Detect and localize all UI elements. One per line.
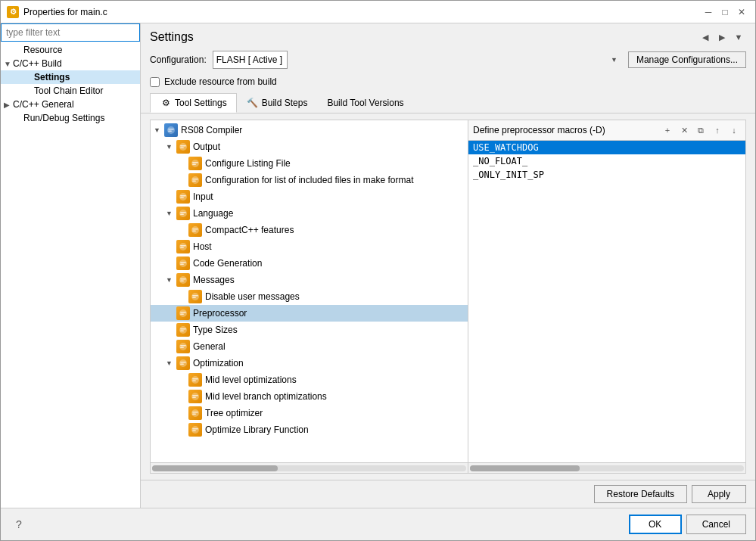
tab-label-build-steps: Build Steps bbox=[262, 98, 308, 108]
sidebar-item-settings[interactable]: Settings bbox=[1, 70, 140, 84]
tool-item-preprocessor[interactable]: Preprocessor bbox=[151, 305, 468, 322]
tab-icon-tool-settings: ⚙ bbox=[160, 97, 172, 109]
nav-forward[interactable]: ▶ bbox=[714, 30, 730, 45]
maximize-button[interactable]: □ bbox=[717, 5, 733, 20]
tool-icon-mid-level-branch bbox=[188, 390, 202, 403]
svg-rect-4 bbox=[180, 145, 186, 147]
window-title: Properties for main.c bbox=[23, 7, 696, 17]
left-hscrollbar[interactable] bbox=[151, 462, 468, 473]
svg-rect-53 bbox=[192, 414, 196, 415]
tool-label-disable-user-msg: Disable user messages bbox=[205, 291, 300, 302]
tool-item-config-included[interactable]: Configuration for list of included files… bbox=[151, 172, 468, 188]
sidebar-item-run-debug[interactable]: Run/Debug Settings bbox=[1, 111, 140, 125]
tool-item-general[interactable]: General bbox=[151, 338, 468, 355]
svg-point-27 bbox=[179, 276, 187, 284]
sidebar-label-cpp-build: C/C++ Build bbox=[13, 58, 62, 69]
tool-item-input[interactable]: Input bbox=[151, 188, 468, 205]
right-hscrollbar[interactable] bbox=[468, 462, 745, 473]
exclude-checkbox[interactable] bbox=[150, 77, 160, 87]
tool-item-mid-level-branch[interactable]: Mid level branch optimizations bbox=[151, 388, 468, 405]
svg-point-54 bbox=[191, 426, 199, 434]
tool-item-type-sizes[interactable]: Type Sizes bbox=[151, 322, 468, 338]
def-list: USE_WATCHDOG_NO_FLOAT__ONLY_INIT_SP bbox=[468, 141, 745, 462]
svg-rect-47 bbox=[192, 381, 196, 382]
svg-rect-49 bbox=[192, 395, 198, 396]
svg-point-18 bbox=[191, 226, 199, 234]
tab-build-steps[interactable]: 🔨Build Steps bbox=[237, 93, 318, 113]
tool-item-output[interactable]: ▼Output bbox=[151, 138, 468, 155]
tool-item-compactcpp[interactable]: CompactC++ features bbox=[151, 222, 468, 238]
tool-item-optimization[interactable]: ▼Optimization bbox=[151, 355, 468, 372]
def-item-only-init-sp[interactable]: _ONLY_INIT_SP bbox=[468, 168, 745, 182]
tab-label-tool-settings: Tool Settings bbox=[175, 98, 227, 108]
exclude-row: Exclude resource from build bbox=[141, 75, 755, 93]
svg-rect-26 bbox=[180, 264, 184, 266]
tool-item-configure-listing[interactable]: Configure Listing File bbox=[151, 155, 468, 172]
def-panel: Define preprocessor macros (-D) +✕⧉↑↓ US… bbox=[468, 120, 745, 473]
svg-rect-35 bbox=[180, 314, 184, 316]
sidebar-item-cpp-build[interactable]: ▼C/C++ Build bbox=[1, 57, 140, 70]
tool-item-messages[interactable]: ▼Messages bbox=[151, 272, 468, 288]
tool-item-mid-level-opt[interactable]: Mid level optimizations bbox=[151, 372, 468, 388]
def-toolbar-delete[interactable]: ✕ bbox=[677, 123, 691, 137]
nav-dropdown[interactable]: ▼ bbox=[731, 30, 746, 45]
def-toolbar-up[interactable]: ↑ bbox=[711, 123, 724, 137]
main-window: ⚙ Properties for main.c ─ □ ✕ Resource▼C… bbox=[0, 0, 756, 541]
tool-item-code-gen[interactable]: Code Generation bbox=[151, 255, 468, 272]
minimize-button[interactable]: ─ bbox=[701, 5, 716, 20]
tool-item-tree-optimizer[interactable]: Tree optimizer bbox=[151, 405, 468, 421]
def-item-use-watchdog[interactable]: USE_WATCHDOG bbox=[468, 141, 745, 154]
svg-rect-55 bbox=[192, 428, 198, 430]
tab-tool-settings[interactable]: ⚙Tool Settings bbox=[150, 93, 237, 113]
cancel-button[interactable]: Cancel bbox=[686, 515, 746, 534]
sidebar-item-toolchain[interactable]: Tool Chain Editor bbox=[1, 84, 140, 98]
svg-rect-20 bbox=[192, 231, 196, 232]
filter-input[interactable] bbox=[1, 23, 140, 42]
svg-point-45 bbox=[191, 376, 199, 384]
tool-icon-disable-user-msg bbox=[188, 290, 202, 303]
nav-buttons: ◀ ▶ ▼ bbox=[698, 30, 746, 45]
tool-tree: ▼RS08 Compiler▼OutputConfigure Listing F… bbox=[151, 120, 468, 462]
nav-back[interactable]: ◀ bbox=[698, 30, 713, 45]
tab-build-tool-versions[interactable]: Build Tool Versions bbox=[317, 93, 413, 113]
def-item-no-float[interactable]: _NO_FLOAT_ bbox=[468, 154, 745, 168]
tool-icon-host bbox=[176, 240, 190, 253]
tool-arrow-output: ▼ bbox=[166, 143, 176, 151]
tool-item-host[interactable]: Host bbox=[151, 238, 468, 255]
svg-rect-14 bbox=[180, 197, 184, 199]
manage-configurations-button[interactable]: Manage Configurations... bbox=[628, 51, 746, 68]
svg-point-0 bbox=[167, 126, 175, 134]
tool-icon-output bbox=[176, 140, 190, 154]
svg-point-36 bbox=[179, 326, 187, 334]
sidebar-item-resource[interactable]: Resource bbox=[1, 43, 140, 57]
close-button[interactable]: ✕ bbox=[734, 5, 749, 20]
restore-defaults-button[interactable]: Restore Defaults bbox=[594, 485, 687, 503]
tool-item-language[interactable]: ▼Language bbox=[151, 205, 468, 222]
tool-icon-configure-listing bbox=[188, 157, 202, 170]
apply-button[interactable]: Apply bbox=[692, 485, 746, 503]
tool-item-optimize-lib[interactable]: Optimize Library Function bbox=[151, 421, 468, 438]
def-toolbar-add[interactable]: + bbox=[661, 123, 674, 137]
sidebar-item-cpp-general[interactable]: ▶C/C++ General bbox=[1, 98, 140, 111]
tool-icon-code-gen bbox=[176, 257, 190, 270]
svg-point-39 bbox=[179, 343, 187, 350]
svg-rect-52 bbox=[192, 412, 198, 413]
tool-item-rs08-compiler[interactable]: ▼RS08 Compiler bbox=[151, 122, 468, 138]
def-toolbar-copy[interactable]: ⧉ bbox=[694, 123, 708, 137]
tool-item-disable-user-msg[interactable]: Disable user messages bbox=[151, 288, 468, 305]
window-controls: ─ □ ✕ bbox=[701, 5, 749, 20]
tool-label-output: Output bbox=[193, 141, 220, 152]
sidebar-arrow-cpp-build: ▼ bbox=[4, 60, 13, 68]
title-bar: ⚙ Properties for main.c ─ □ ✕ bbox=[1, 1, 755, 23]
svg-point-9 bbox=[191, 176, 199, 184]
sidebar-label-toolchain: Tool Chain Editor bbox=[34, 86, 103, 96]
help-button[interactable]: ? bbox=[10, 515, 28, 533]
tool-icon-optimize-lib bbox=[188, 423, 202, 437]
right-hscroll-thumb bbox=[470, 465, 580, 471]
ok-button[interactable]: OK bbox=[629, 515, 682, 534]
config-dropdown[interactable]: FLASH [ Active ] bbox=[213, 51, 288, 69]
tool-label-compactcpp: CompactC++ features bbox=[205, 225, 294, 235]
tool-icon-compactcpp bbox=[188, 223, 202, 237]
def-toolbar-down[interactable]: ↓ bbox=[727, 123, 741, 137]
tool-label-optimize-lib: Optimize Library Function bbox=[205, 424, 309, 435]
